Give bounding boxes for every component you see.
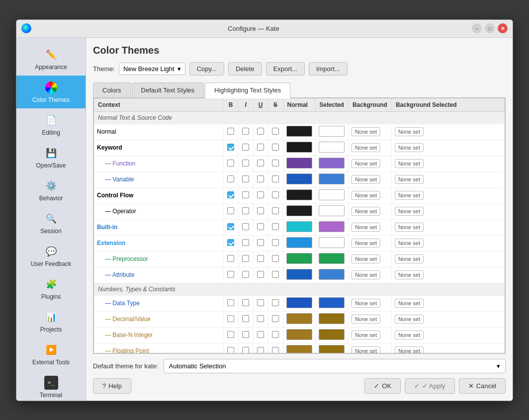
selected-color-cell[interactable]	[315, 295, 348, 311]
bg-sel-cell[interactable]: None set	[391, 124, 504, 140]
underline-checkbox[interactable]	[257, 160, 264, 167]
strike-cell[interactable]	[268, 124, 283, 140]
sidebar-item-appearance[interactable]: ✏️ Appearance	[16, 43, 86, 76]
normal-color-cell[interactable]	[283, 124, 315, 140]
underline-cell[interactable]	[253, 156, 268, 171]
bg-sel-none[interactable]: None set	[395, 270, 424, 279]
selected-color-cell[interactable]	[315, 203, 348, 219]
selected-color-swatch[interactable]	[319, 221, 345, 232]
bg-sel-none[interactable]: None set	[395, 207, 424, 216]
italic-cell[interactable]	[238, 311, 253, 327]
bg-cell[interactable]: None set	[348, 140, 391, 156]
selected-color-cell[interactable]	[315, 327, 348, 343]
underline-checkbox[interactable]	[257, 223, 264, 230]
selected-color-cell[interactable]	[315, 311, 348, 327]
bg-sel-cell[interactable]: None set	[391, 203, 504, 219]
strike-checkbox[interactable]	[272, 331, 279, 338]
bg-none[interactable]: None set	[352, 207, 380, 216]
bg-cell[interactable]: None set	[348, 343, 391, 353]
strike-cell[interactable]	[268, 235, 283, 251]
normal-color-cell[interactable]	[283, 219, 315, 235]
underline-checkbox[interactable]	[257, 331, 264, 338]
italic-cell[interactable]	[238, 140, 253, 156]
bg-none[interactable]: None set	[352, 223, 380, 232]
export-button[interactable]: Export...	[266, 62, 305, 76]
bg-cell[interactable]: None set	[348, 267, 391, 283]
bold-cell[interactable]	[223, 251, 238, 267]
normal-color-swatch[interactable]	[286, 189, 312, 200]
normal-color-cell[interactable]	[283, 235, 315, 251]
bg-none[interactable]: None set	[352, 315, 380, 324]
strike-cell[interactable]	[268, 343, 283, 353]
underline-cell[interactable]	[253, 219, 268, 235]
bg-none[interactable]: None set	[352, 346, 380, 353]
bg-sel-none[interactable]: None set	[395, 346, 424, 353]
underline-cell[interactable]	[253, 267, 268, 283]
bold-cell[interactable]	[223, 311, 238, 327]
normal-color-cell[interactable]	[283, 156, 315, 171]
bold-checkbox[interactable]	[227, 239, 234, 246]
underline-cell[interactable]	[253, 295, 268, 311]
bold-checkbox[interactable]	[227, 128, 234, 135]
italic-cell[interactable]	[238, 327, 253, 343]
italic-cell[interactable]	[238, 187, 253, 203]
bg-sel-cell[interactable]: None set	[391, 219, 504, 235]
underline-cell[interactable]	[253, 251, 268, 267]
bg-sel-cell[interactable]: None set	[391, 295, 504, 311]
italic-checkbox[interactable]	[242, 271, 249, 278]
strike-checkbox[interactable]	[272, 175, 279, 182]
underline-cell[interactable]	[253, 124, 268, 140]
underline-cell[interactable]	[253, 235, 268, 251]
bg-sel-cell[interactable]: None set	[391, 311, 504, 327]
bg-cell[interactable]: None set	[348, 171, 391, 187]
bold-checkbox[interactable]	[227, 175, 234, 182]
sidebar-item-external-tools[interactable]: ▶️ External Tools	[16, 338, 86, 371]
bg-none[interactable]: None set	[352, 143, 380, 152]
underline-cell[interactable]	[253, 311, 268, 327]
strike-cell[interactable]	[268, 156, 283, 171]
selected-color-swatch[interactable]	[319, 205, 345, 216]
bold-cell[interactable]	[223, 295, 238, 311]
bg-sel-cell[interactable]: None set	[391, 156, 504, 171]
strike-cell[interactable]	[268, 187, 283, 203]
italic-checkbox[interactable]	[242, 191, 249, 198]
strike-cell[interactable]	[268, 295, 283, 311]
bold-cell[interactable]	[223, 124, 238, 140]
underline-checkbox[interactable]	[257, 239, 264, 246]
normal-color-cell[interactable]	[283, 171, 315, 187]
sidebar-item-user-feedback[interactable]: 💬 User Feedback	[16, 240, 86, 272]
bg-cell[interactable]: None set	[348, 203, 391, 219]
bg-sel-cell[interactable]: None set	[391, 343, 504, 353]
theme-select[interactable]: New Breeze Light ▾	[119, 63, 185, 75]
bg-cell[interactable]: None set	[348, 219, 391, 235]
selected-color-swatch[interactable]	[319, 142, 345, 153]
selected-color-cell[interactable]	[315, 235, 348, 251]
italic-cell[interactable]	[238, 171, 253, 187]
underline-checkbox[interactable]	[257, 347, 264, 353]
bg-none[interactable]: None set	[352, 127, 380, 136]
italic-checkbox[interactable]	[242, 207, 249, 214]
italic-checkbox[interactable]	[242, 175, 249, 182]
bg-cell[interactable]: None set	[348, 124, 391, 140]
normal-color-swatch[interactable]	[286, 237, 312, 248]
italic-cell[interactable]	[238, 156, 253, 171]
bold-checkbox[interactable]	[227, 299, 234, 306]
bold-checkbox[interactable]	[227, 207, 234, 214]
selected-color-swatch[interactable]	[319, 237, 345, 248]
italic-checkbox[interactable]	[242, 128, 249, 135]
selected-color-cell[interactable]	[315, 219, 348, 235]
selected-color-cell[interactable]	[315, 267, 348, 283]
bold-checkbox[interactable]	[227, 255, 234, 262]
italic-checkbox[interactable]	[242, 299, 249, 306]
bg-sel-none[interactable]: None set	[395, 299, 424, 308]
normal-color-swatch[interactable]	[286, 253, 312, 264]
normal-color-swatch[interactable]	[286, 221, 312, 232]
cancel-button[interactable]: ✕ Cancel	[459, 378, 506, 394]
normal-color-swatch[interactable]	[286, 142, 312, 153]
selected-color-cell[interactable]	[315, 140, 348, 156]
underline-cell[interactable]	[253, 327, 268, 343]
strike-cell[interactable]	[268, 171, 283, 187]
bold-cell[interactable]	[223, 235, 238, 251]
normal-color-swatch[interactable]	[286, 329, 312, 340]
italic-checkbox[interactable]	[242, 347, 249, 353]
